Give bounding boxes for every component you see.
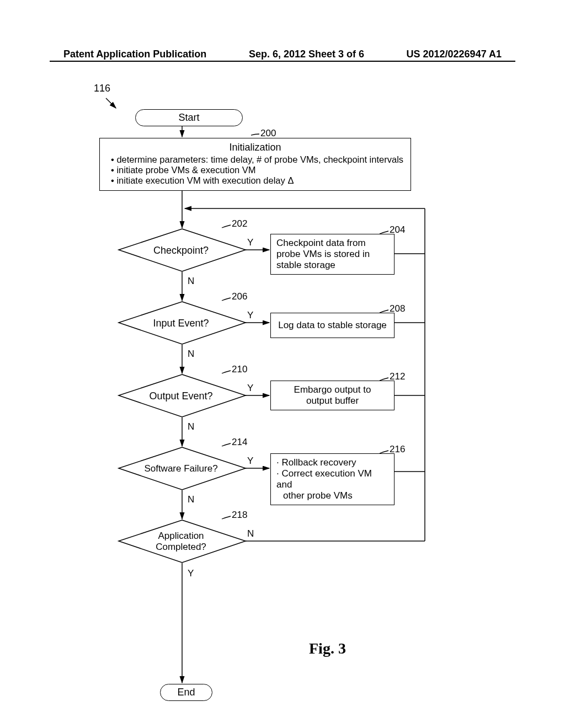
svg-line-0 (106, 98, 116, 108)
box-212-l2: output buffer (276, 395, 388, 406)
lbl-y-210: Y (247, 383, 253, 394)
d5-l1: Application (118, 531, 244, 542)
init-bullet-1: determine parameters: time delay, # of p… (111, 154, 405, 165)
lbl-y-218: Y (188, 568, 194, 579)
ref-208: 208 (390, 303, 405, 314)
lbl-y-214: Y (247, 456, 253, 467)
box-216-l3: other probe VMs (276, 490, 388, 501)
box-216-l2: · Correct execution VM and (276, 468, 388, 490)
ref-218: 218 (232, 510, 247, 521)
page-header: Patent Application Publication Sep. 6, 2… (0, 49, 565, 60)
ref-200: 200 (260, 128, 276, 139)
decision-completed: Application Completed? (118, 531, 244, 553)
header-right: US 2012/0226947 A1 (407, 49, 502, 60)
box-208: Log data to stable storage (270, 313, 395, 338)
ref-216: 216 (390, 444, 405, 455)
initialization-box: Initialization determine parameters: tim… (99, 138, 411, 191)
box-212-l1: Embargo output to (276, 384, 388, 395)
end-label: End (177, 687, 195, 698)
init-bullet-3: initiate execution VM with execution del… (111, 175, 405, 186)
header-left: Patent Application Publication (63, 49, 206, 60)
ref-210: 210 (232, 364, 247, 375)
lbl-n-202: N (188, 276, 194, 287)
figure-label: Fig. 3 (309, 640, 346, 657)
svg-marker-23 (119, 447, 246, 490)
box-212: Embargo output to output buffer (270, 381, 395, 410)
header-underline (50, 61, 515, 62)
svg-marker-24 (119, 520, 246, 563)
svg-marker-21 (119, 302, 246, 344)
lbl-n-210: N (188, 421, 194, 432)
ref-212: 212 (390, 371, 405, 382)
start-label: Start (178, 112, 199, 123)
ref-202: 202 (232, 218, 247, 229)
decision-failure: Software Failure? (118, 463, 244, 474)
lbl-y-202: Y (247, 237, 253, 248)
decision-output: Output Event? (118, 390, 244, 402)
box-208-text: Log data to stable storage (278, 320, 387, 330)
header-center: Sep. 6, 2012 Sheet 3 of 6 (249, 49, 364, 60)
box-204: Checkpoint data from probe VMs is stored… (270, 234, 395, 275)
svg-marker-20 (119, 229, 246, 271)
box-216-l1: · Rollback recovery (276, 457, 388, 468)
init-bullets: determine parameters: time delay, # of p… (105, 154, 405, 186)
box-204-text: Checkpoint data from probe VMs is stored… (276, 238, 370, 270)
start-terminal: Start (135, 109, 243, 126)
decision-checkpoint: Checkpoint? (118, 245, 244, 256)
svg-marker-22 (119, 374, 246, 417)
end-terminal: End (160, 684, 212, 701)
ref-204: 204 (390, 224, 405, 235)
ref-214: 214 (232, 437, 247, 448)
lbl-y-206: Y (247, 310, 253, 321)
lbl-n-206: N (188, 349, 194, 360)
box-216: · Rollback recovery · Correct execution … (270, 453, 395, 505)
decision-input: Input Event? (118, 318, 244, 329)
flowchart: 116 Start Initialization determine param… (0, 72, 565, 711)
ref-116: 116 (94, 83, 110, 94)
init-bullet-2: initiate probe VMs & execution VM (111, 165, 405, 175)
lbl-n-214: N (188, 494, 194, 505)
lbl-n-218: N (247, 528, 254, 539)
init-title: Initialization (105, 142, 405, 153)
d5-l2: Completed? (118, 542, 244, 553)
ref-206: 206 (232, 291, 247, 302)
